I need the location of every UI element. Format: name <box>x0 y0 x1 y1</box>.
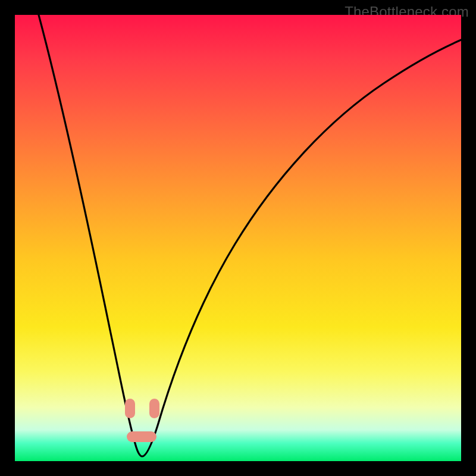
left-limb-marker-icon <box>125 399 135 418</box>
curve-layer <box>15 15 461 461</box>
plot-area <box>15 15 461 461</box>
floor-span-marker-icon <box>127 431 156 442</box>
right-limb-marker-icon <box>149 399 159 418</box>
chart-frame: TheBottleneck.com <box>0 0 476 476</box>
bottleneck-curve <box>39 15 461 456</box>
